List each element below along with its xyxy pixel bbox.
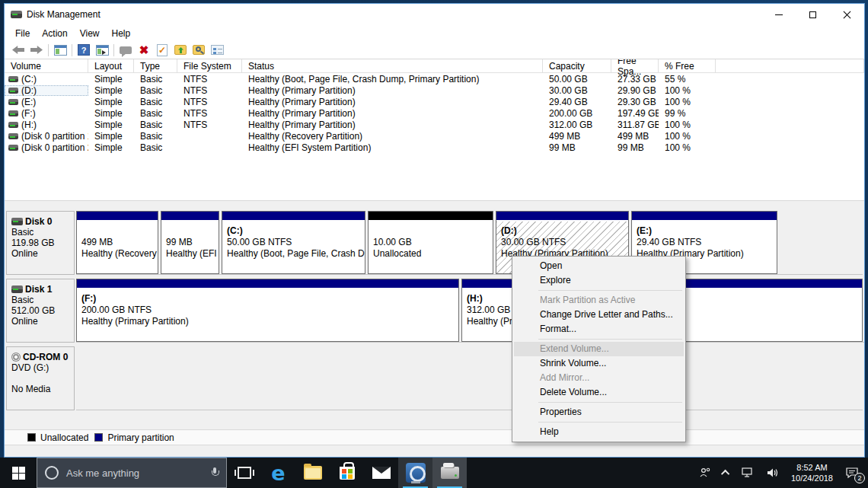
edge-button[interactable]: e xyxy=(261,458,295,488)
disk-management-button[interactable] xyxy=(432,458,467,488)
forward-arrow-button[interactable] xyxy=(27,42,46,59)
volume-drive-icon xyxy=(8,76,18,82)
table-row[interactable]: (H:)SimpleBasicNTFSHealthy (Primary Part… xyxy=(5,119,864,130)
column-header-layout[interactable]: Layout xyxy=(88,59,134,73)
volume-button[interactable] xyxy=(762,458,783,488)
menu-help[interactable]: Help xyxy=(106,27,137,40)
column-header-type[interactable]: Type xyxy=(134,59,177,73)
partition-context-menu: OpenExploreMark Partition as ActiveChang… xyxy=(512,256,686,442)
pointer-button[interactable] xyxy=(116,42,135,59)
disk-info-line xyxy=(11,373,72,384)
capacity-cell: 99 MB xyxy=(543,142,611,153)
action-center-button[interactable]: 2 xyxy=(841,458,863,488)
menu-action[interactable]: Action xyxy=(36,27,73,40)
column-header-capacity[interactable]: Capacity xyxy=(543,59,611,73)
tray-overflow-button[interactable] xyxy=(719,458,734,488)
delete-volume-button[interactable]: ✖ xyxy=(135,42,153,59)
clock[interactable]: 8:52 AM 10/24/2018 xyxy=(787,462,838,483)
column-header-volume[interactable]: Volume xyxy=(5,59,88,73)
help-button[interactable]: ? xyxy=(75,42,93,59)
back-arrow-button[interactable] xyxy=(9,42,27,59)
check-document-button[interactable]: ✓ xyxy=(153,42,171,59)
microphone-icon[interactable] xyxy=(211,467,219,479)
folder-up-icon xyxy=(174,45,187,55)
file-explorer-button[interactable] xyxy=(295,458,330,488)
table-row[interactable]: (Disk 0 partition 1)SimpleBasicHealthy (… xyxy=(5,130,864,142)
table-row[interactable]: (F:)SimpleBasicNTFSHealthy (Primary Part… xyxy=(5,107,864,119)
volume-name: (H:) xyxy=(21,120,37,130)
partition-status: Healthy (Recovery Partition) xyxy=(81,248,156,260)
maximize-button[interactable] xyxy=(796,4,830,25)
menu-view[interactable]: View xyxy=(74,27,106,40)
task-view-button[interactable] xyxy=(227,458,261,488)
disk-label[interactable]: Disk 1Basic512.00 GBOnline xyxy=(6,279,75,343)
volume-list-pane: VolumeLayoutTypeFile SystemStatusCapacit… xyxy=(5,59,864,200)
folder-search-button[interactable] xyxy=(190,42,208,59)
partition-status: Healthy (Primary Partition) xyxy=(81,316,457,327)
menu-item-shrink-volume[interactable]: Shrink Volume... xyxy=(514,356,684,371)
capacity-cell: 29.40 GB xyxy=(543,97,611,107)
menu-item-open[interactable]: Open xyxy=(514,259,684,273)
column-header-free-spa-[interactable]: Free Spa... xyxy=(611,59,659,73)
menu-item-change-drive-letter-and-paths[interactable]: Change Drive Letter and Paths... xyxy=(514,308,684,322)
column-header-file-system[interactable]: File System xyxy=(177,59,242,73)
pct-free-cell: 100 % xyxy=(659,85,716,96)
action-pane-button[interactable] xyxy=(93,42,111,59)
partition-c[interactable]: (C:)50.00 GB NTFSHealthy (Boot, Page Fil… xyxy=(222,211,365,274)
legend-label: Primary partition xyxy=(107,432,174,443)
pct-free-cell: 100 % xyxy=(659,142,716,153)
pct-free-cell: 55 % xyxy=(659,74,716,85)
volume-cell: (H:) xyxy=(5,120,88,130)
menu-item-delete-volume[interactable]: Delete Volume... xyxy=(514,385,684,400)
disk-name-text: Disk 0 xyxy=(25,216,52,227)
search-input[interactable]: Ask me anything xyxy=(37,458,227,488)
toolbar-separator xyxy=(72,44,72,56)
table-row[interactable]: (E:)SimpleBasicNTFSHealthy (Primary Part… xyxy=(5,96,864,107)
volume-name: (C:) xyxy=(21,74,37,85)
disk-name-text: Disk 1 xyxy=(25,284,52,295)
partition-size: 99 MB xyxy=(166,237,217,248)
pointer-icon xyxy=(120,46,132,54)
menu-bar: FileActionViewHelp xyxy=(5,25,864,41)
minimize-button[interactable] xyxy=(761,4,796,25)
column-header-status[interactable]: Status xyxy=(242,59,543,73)
status-cell: Healthy (Primary Partition) xyxy=(242,85,543,96)
partition-99mb[interactable]: 99 MBHealthy (EFI System Partition) xyxy=(161,211,219,274)
toolbar: ?✖✓ xyxy=(5,41,864,59)
file-system-cell: NTFS xyxy=(177,85,242,96)
people-button[interactable] xyxy=(694,458,716,488)
partition-499mb[interactable]: 499 MBHealthy (Recovery Partition) xyxy=(76,211,158,274)
table-row[interactable]: (D:)SimpleBasicNTFSHealthy (Primary Part… xyxy=(5,85,864,96)
start-button[interactable] xyxy=(0,458,37,488)
console-tree-button[interactable] xyxy=(51,42,69,59)
store-button[interactable] xyxy=(330,458,364,488)
disk-label[interactable]: Disk 0Basic119.98 GBOnline xyxy=(6,211,75,275)
partition-f[interactable]: (F:)200.00 GB NTFSHealthy (Primary Parti… xyxy=(76,279,459,342)
folder-up-button[interactable] xyxy=(171,42,190,59)
disk-name-text: CD-ROM 0 xyxy=(23,352,68,362)
console-tree-icon xyxy=(54,45,67,56)
table-row[interactable]: (C:)SimpleBasicNTFSHealthy (Boot, Page F… xyxy=(5,73,864,85)
mail-button[interactable] xyxy=(364,458,398,488)
legend-item-unallocated: Unallocated xyxy=(27,432,88,443)
remote-app-button[interactable] xyxy=(398,458,432,488)
menu-item-explore[interactable]: Explore xyxy=(514,273,684,288)
column-header--free[interactable]: % Free xyxy=(659,59,716,73)
partition-strip xyxy=(76,346,863,410)
back-arrow-icon xyxy=(12,46,24,54)
unallocated-region[interactable]: 10.00 GBUnallocated xyxy=(368,211,493,274)
disk-label[interactable]: CD-ROM 0DVD (G:) No Media xyxy=(6,346,75,410)
volume-drive-icon xyxy=(8,133,18,139)
volume-name: (F:) xyxy=(21,108,36,119)
properties-button[interactable] xyxy=(208,42,226,59)
network-button[interactable] xyxy=(737,458,759,488)
disk-row-cd-rom-0: CD-ROM 0DVD (G:) No Media xyxy=(6,346,863,410)
menu-item-help[interactable]: Help xyxy=(514,425,684,439)
partition-color-bar xyxy=(161,212,219,222)
menu-item-properties[interactable]: Properties xyxy=(514,405,684,419)
menu-item-format[interactable]: Format... xyxy=(514,322,684,336)
close-button[interactable] xyxy=(830,4,864,25)
table-row[interactable]: (Disk 0 partition 2)SimpleBasicHealthy (… xyxy=(5,142,864,153)
pane-splitter[interactable] xyxy=(5,200,864,206)
menu-file[interactable]: File xyxy=(9,27,36,40)
